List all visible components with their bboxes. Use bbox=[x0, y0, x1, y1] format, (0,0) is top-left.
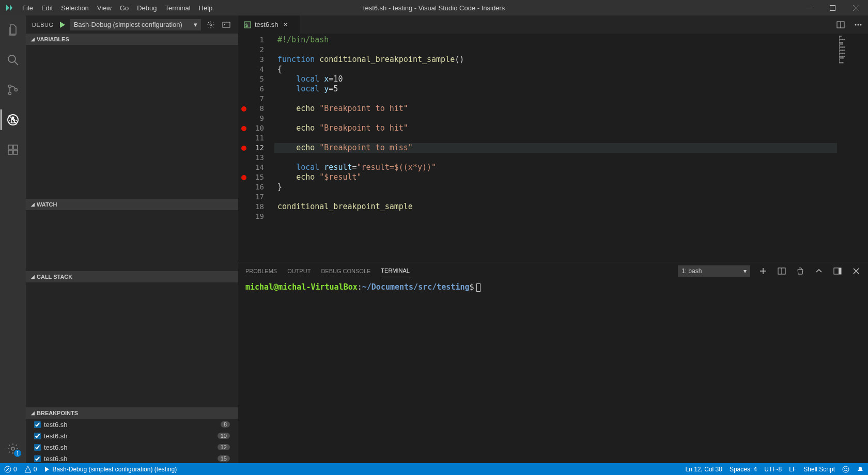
minimize-button[interactable] bbox=[797, 0, 820, 15]
gutter-line[interactable]: 6 bbox=[238, 84, 274, 94]
split-terminal-icon[interactable] bbox=[776, 265, 787, 277]
settings-icon[interactable]: 1 bbox=[1, 438, 25, 459]
breakpoint-checkbox[interactable] bbox=[34, 455, 41, 462]
feedback-icon[interactable] bbox=[842, 466, 849, 473]
new-terminal-icon[interactable] bbox=[757, 265, 769, 277]
breakpoint-item[interactable]: test6.sh10 bbox=[26, 430, 238, 441]
gear-icon[interactable] bbox=[205, 19, 216, 30]
status-spaces[interactable]: Spaces: 4 bbox=[730, 466, 757, 473]
breakpoint-dot[interactable] bbox=[241, 106, 246, 112]
code-line[interactable]: { bbox=[274, 65, 868, 74]
debug-console-icon[interactable] bbox=[221, 19, 232, 30]
maximize-button[interactable] bbox=[820, 0, 844, 15]
breakpoint-checkbox[interactable] bbox=[34, 433, 41, 439]
gutter-line[interactable]: 7 bbox=[238, 94, 274, 104]
bell-icon[interactable] bbox=[857, 466, 864, 473]
collapse-panel-icon[interactable] bbox=[813, 265, 825, 277]
editor-body[interactable]: 12345678910111213141516171819 #!/bin/bas… bbox=[238, 34, 868, 262]
minimap[interactable]: ████████████████████████████████████████… bbox=[837, 34, 868, 262]
menu-terminal[interactable]: Terminal bbox=[161, 0, 194, 15]
gutter-line[interactable]: 2 bbox=[238, 45, 274, 55]
gutter-line[interactable]: 16 bbox=[238, 182, 274, 192]
breakpoint-dot[interactable] bbox=[241, 126, 246, 131]
code-line[interactable]: echo "Breakpoint to miss" bbox=[274, 143, 868, 153]
terminal-select[interactable]: 1: bash bbox=[678, 265, 750, 277]
code-line[interactable] bbox=[274, 94, 868, 104]
gutter-line[interactable]: 15 bbox=[238, 172, 274, 182]
code-line[interactable] bbox=[274, 153, 868, 163]
gutter-line[interactable]: 18 bbox=[238, 202, 274, 212]
watch-header[interactable]: ◢WATCH bbox=[26, 199, 238, 210]
code-line[interactable]: local y=5 bbox=[274, 84, 868, 94]
breakpoints-header[interactable]: ◢BREAKPOINTS bbox=[26, 407, 238, 419]
move-panel-icon[interactable] bbox=[832, 265, 843, 277]
extensions-icon[interactable] bbox=[1, 139, 25, 160]
tab-test6[interactable]: $ test6.sh × bbox=[238, 15, 300, 34]
code-line[interactable]: echo "$result" bbox=[274, 172, 868, 182]
callstack-header[interactable]: ◢CALL STACK bbox=[26, 271, 238, 282]
code-line[interactable]: local result="result=$((x*y))" bbox=[274, 163, 868, 172]
output-tab[interactable]: OUTPUT bbox=[287, 265, 311, 277]
gutter-line[interactable]: 3 bbox=[238, 55, 274, 65]
breakpoint-item[interactable]: test6.sh15 bbox=[26, 453, 238, 463]
menu-help[interactable]: Help bbox=[195, 0, 217, 15]
gutter-line[interactable]: 12 bbox=[238, 143, 274, 153]
status-warnings[interactable]: 0 bbox=[24, 466, 37, 473]
gutter-line[interactable]: 13 bbox=[238, 153, 274, 163]
status-errors[interactable]: 0 bbox=[4, 466, 17, 473]
code-line[interactable] bbox=[274, 192, 868, 202]
menu-file[interactable]: File bbox=[18, 0, 37, 15]
split-editor-icon[interactable] bbox=[835, 19, 846, 30]
gutter-line[interactable]: 11 bbox=[238, 133, 274, 143]
gutter-line[interactable]: 5 bbox=[238, 74, 274, 84]
menu-edit[interactable]: Edit bbox=[37, 0, 57, 15]
more-icon[interactable] bbox=[853, 19, 864, 30]
gutter-line[interactable]: 19 bbox=[238, 212, 274, 221]
status-encoding[interactable]: UTF-8 bbox=[764, 466, 782, 473]
code-line[interactable]: } bbox=[274, 182, 868, 192]
tab-close-icon[interactable]: × bbox=[282, 21, 290, 28]
debug-icon[interactable] bbox=[1, 109, 25, 130]
code-line[interactable]: echo "Breakpoint to hit" bbox=[274, 123, 868, 133]
gutter-line[interactable]: 17 bbox=[238, 192, 274, 202]
problems-tab[interactable]: PROBLEMS bbox=[245, 265, 277, 277]
gutter-line[interactable]: 1 bbox=[238, 35, 274, 45]
menu-view[interactable]: View bbox=[93, 0, 116, 15]
terminal-tab[interactable]: TERMINAL bbox=[381, 264, 410, 277]
explorer-icon[interactable] bbox=[1, 20, 25, 40]
code-line[interactable] bbox=[274, 212, 868, 221]
terminal-content[interactable]: michal@michal-VirtualBox:~/Documents/src… bbox=[238, 279, 868, 463]
breakpoint-checkbox[interactable] bbox=[34, 444, 41, 451]
start-debug-button[interactable] bbox=[58, 21, 66, 29]
gutter-line[interactable]: 9 bbox=[238, 114, 274, 123]
close-button[interactable] bbox=[844, 0, 868, 15]
gutter-line[interactable]: 8 bbox=[238, 104, 274, 114]
debug-config-select[interactable]: Bash-Debug (simplest configuration) bbox=[70, 19, 201, 30]
code-line[interactable] bbox=[274, 114, 868, 123]
menu-selection[interactable]: Selection bbox=[57, 0, 92, 15]
status-eol[interactable]: LF bbox=[789, 466, 796, 473]
kill-terminal-icon[interactable] bbox=[795, 265, 806, 277]
gutter-line[interactable]: 14 bbox=[238, 163, 274, 172]
status-launch[interactable]: Bash-Debug (simplest configuration) (tes… bbox=[44, 466, 177, 473]
gutter-line[interactable]: 4 bbox=[238, 65, 274, 74]
menu-go[interactable]: Go bbox=[116, 0, 133, 15]
breakpoint-checkbox[interactable] bbox=[34, 421, 41, 428]
code-line[interactable] bbox=[274, 133, 868, 143]
code-line[interactable]: local x=10 bbox=[274, 74, 868, 84]
code-line[interactable]: #!/bin/bash bbox=[274, 35, 868, 45]
status-position[interactable]: Ln 12, Col 30 bbox=[686, 466, 722, 473]
scm-icon[interactable] bbox=[1, 80, 25, 100]
code-line[interactable]: conditional_breakpoint_sample bbox=[274, 202, 868, 212]
gutter-line[interactable]: 10 bbox=[238, 123, 274, 133]
breakpoint-dot[interactable] bbox=[241, 175, 246, 180]
search-icon[interactable] bbox=[1, 50, 25, 70]
breakpoint-item[interactable]: test6.sh12 bbox=[26, 441, 238, 453]
code-line[interactable]: echo "Breakpoint to hit" bbox=[274, 104, 868, 114]
code-line[interactable]: function conditional_breakpoint_sample() bbox=[274, 55, 868, 65]
breakpoint-item[interactable]: test6.sh8 bbox=[26, 419, 238, 430]
code-line[interactable] bbox=[274, 45, 868, 55]
status-lang[interactable]: Shell Script bbox=[803, 466, 835, 473]
breakpoint-dot[interactable] bbox=[241, 146, 246, 151]
variables-header[interactable]: ◢VARIABLES bbox=[26, 34, 238, 45]
